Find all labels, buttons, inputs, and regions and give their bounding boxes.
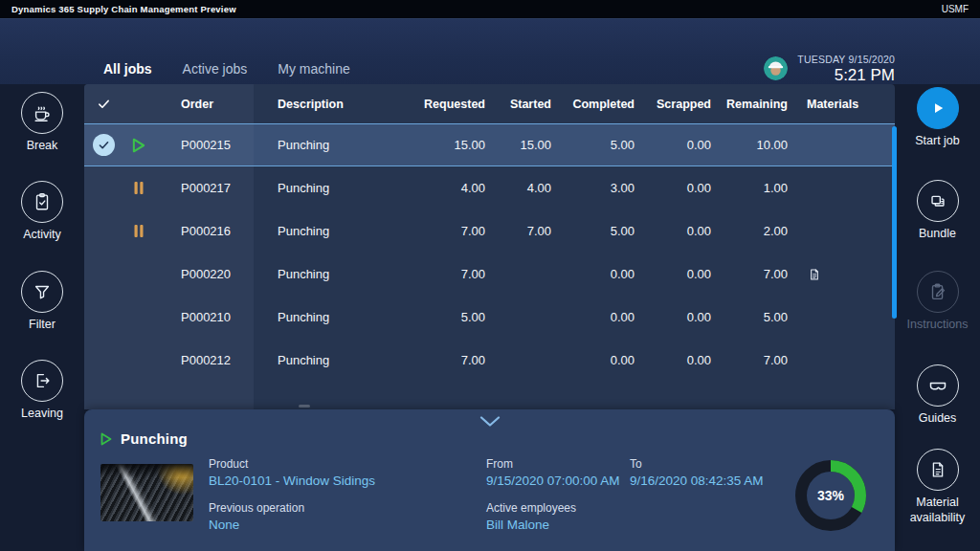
hololens-icon	[917, 364, 959, 407]
order-cell: P000217	[155, 181, 254, 195]
filter-button[interactable]: Filter	[0, 271, 84, 333]
clock: TUESDAY 9/15/2020 5:21 PM	[797, 54, 895, 85]
completed-cell: 3.00	[551, 181, 635, 195]
instructions-label: Instructions	[907, 318, 969, 333]
jobs-table-body: P000215 Punching 15.00 15.00 5.00 0.00 1…	[84, 123, 895, 382]
description-cell: Punching	[254, 224, 412, 238]
requested-cell: 4.00	[412, 181, 485, 195]
leaving-button[interactable]: Leaving	[0, 360, 84, 422]
completed-cell: 5.00	[551, 138, 635, 152]
description-cell: Punching	[254, 267, 412, 281]
tab-my-machine[interactable]: My machine	[278, 61, 349, 84]
table-row[interactable]: P000212 Punching 7.00 0.00 0.00 7.00	[84, 339, 895, 382]
scrapped-cell: 0.00	[635, 138, 711, 152]
running-play-icon	[100, 432, 112, 446]
table-row[interactable]: P000220 Punching 7.00 0.00 0.00 7.00	[84, 253, 895, 296]
requested-cell: 7.00	[412, 224, 485, 238]
progress-donut: 33%	[792, 457, 869, 534]
remaining-cell: 1.00	[711, 181, 788, 195]
requested-cell: 7.00	[412, 267, 485, 281]
col-scrapped: Scrapped	[635, 98, 711, 111]
top-navbar: Dynamics 365 Supply Chain Management Pre…	[0, 0, 980, 19]
play-icon	[917, 87, 959, 129]
break-button[interactable]: Break	[0, 92, 84, 154]
start-job-label: Start job	[915, 134, 960, 149]
table-row[interactable]: P000210 Punching 5.00 0.00 0.00 5.00	[84, 296, 895, 339]
description-cell: Punching	[254, 138, 412, 152]
filter-label: Filter	[29, 318, 56, 333]
tab-bar: All jobs Active jobs My machine	[103, 61, 350, 84]
coffee-icon	[21, 92, 63, 134]
to-field: To 9/16/2020 08:42:35 AM	[630, 457, 764, 488]
product-label: Product	[209, 457, 375, 471]
active-employees-label: Active employees	[486, 501, 576, 515]
active-employees-value[interactable]: Bill Malone	[486, 518, 576, 532]
product-field: Product BL20-0101 - Window Sidings	[209, 457, 375, 488]
user-avatar[interactable]	[764, 56, 788, 80]
scrapped-cell: 0.00	[635, 181, 711, 195]
guides-button[interactable]: Guides	[895, 364, 980, 427]
current-time: 5:21 PM	[797, 66, 895, 85]
clipboard-check-icon	[21, 181, 63, 223]
detail-operation-title: Punching	[121, 430, 188, 447]
product-photo[interactable]	[100, 464, 193, 521]
horizontal-scrollbar[interactable]	[299, 405, 310, 408]
materials-icon[interactable]	[807, 267, 822, 282]
bundle-button[interactable]: Bundle	[895, 180, 980, 242]
requested-cell: 15.00	[412, 138, 485, 152]
table-row[interactable]: P000217 Punching 4.00 4.00 3.00 0.00 1.0…	[84, 166, 895, 209]
description-cell: Punching	[254, 310, 412, 324]
from-value: 9/15/2020 07:00:00 AM	[486, 474, 620, 488]
sign-out-icon	[21, 360, 63, 402]
app-title: Dynamics 365 Supply Chain Management Pre…	[11, 4, 236, 14]
activity-button[interactable]: Activity	[0, 181, 84, 243]
tab-all-jobs[interactable]: All jobs	[103, 61, 152, 84]
jobs-table: Order Description Requested Started Comp…	[84, 84, 895, 409]
app-window: Dynamics 365 Supply Chain Management Pre…	[0, 0, 980, 551]
completed-cell: 0.00	[551, 353, 635, 367]
table-row[interactable]: P000216 Punching 7.00 7.00 5.00 0.00 2.0…	[84, 209, 895, 253]
left-action-rail: Break Activity Filter	[0, 84, 84, 551]
paused-icon	[133, 181, 145, 195]
requested-cell: 7.00	[412, 353, 485, 367]
current-date: TUESDAY 9/15/2020	[797, 54, 895, 65]
description-cell: Punching	[254, 181, 412, 195]
profile-area: TUESDAY 9/15/2020 5:21 PM	[764, 54, 895, 85]
previous-operation-value[interactable]: None	[209, 518, 304, 532]
progress-percent: 33%	[792, 457, 869, 534]
guides-label: Guides	[919, 411, 957, 427]
previous-operation-field: Previous operation None	[209, 501, 304, 532]
scrapped-cell: 0.00	[635, 353, 711, 367]
started-cell: 4.00	[485, 181, 551, 195]
active-employees-field: Active employees Bill Malone	[486, 501, 576, 532]
order-cell: P000220	[155, 267, 254, 281]
from-label: From	[486, 457, 620, 471]
completed-cell: 0.00	[551, 267, 635, 281]
product-value[interactable]: BL20-0101 - Window Sidings	[209, 474, 375, 488]
col-description: Description	[254, 98, 412, 111]
remaining-cell: 2.00	[711, 224, 788, 238]
order-cell: P000210	[155, 310, 254, 324]
table-row[interactable]: P000215 Punching 15.00 15.00 5.00 0.00 1…	[84, 123, 895, 166]
material-list-icon	[917, 449, 959, 491]
col-remaining: Remaining	[711, 98, 788, 111]
completed-cell: 5.00	[551, 224, 635, 238]
completed-cell: 0.00	[551, 310, 635, 324]
material-availability-button[interactable]: Material availability	[895, 449, 980, 525]
header-bar: All jobs Active jobs My machine TUESDAY …	[0, 19, 980, 84]
bundle-label: Bundle	[919, 227, 956, 242]
jobs-table-header: Order Description Requested Started Comp…	[84, 84, 895, 123]
collapse-panel-button[interactable]	[476, 413, 504, 429]
activity-label: Activity	[23, 228, 61, 243]
job-detail-panel: Punching Product BL20-0101 - Window Sidi…	[84, 409, 895, 551]
description-cell: Punching	[254, 353, 412, 367]
started-cell: 7.00	[485, 224, 551, 238]
start-job-button[interactable]: Start job	[895, 87, 980, 149]
select-all-checkmark-icon[interactable]	[84, 97, 122, 111]
col-materials: Materials	[788, 98, 895, 111]
scrapped-cell: 0.00	[635, 310, 711, 324]
tab-active-jobs[interactable]: Active jobs	[183, 61, 248, 84]
clipboard-pencil-icon	[917, 271, 959, 313]
filter-icon	[21, 271, 63, 313]
company-selector[interactable]: USMF	[942, 4, 969, 14]
